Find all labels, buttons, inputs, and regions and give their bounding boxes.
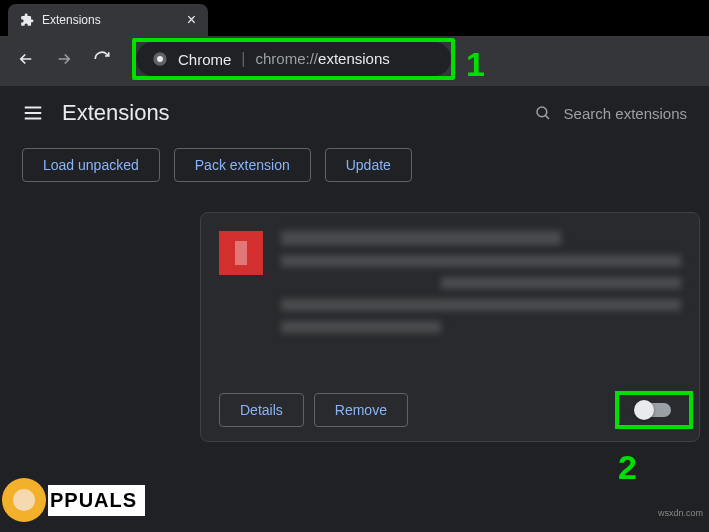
browser-tab[interactable]: Extensions × [8, 4, 208, 36]
search-placeholder: Search extensions [564, 105, 687, 122]
puzzle-icon [20, 13, 34, 27]
reload-icon[interactable] [90, 47, 114, 71]
extension-icon [219, 231, 263, 275]
omnibox-separator: | [241, 50, 245, 68]
tab-strip: Extensions × [0, 0, 709, 36]
close-icon[interactable]: × [187, 12, 196, 28]
tab-title: Extensions [42, 13, 101, 27]
enable-toggle[interactable] [637, 403, 671, 417]
search-box[interactable]: Search extensions [514, 104, 687, 122]
svg-point-1 [157, 56, 163, 62]
pack-extension-button[interactable]: Pack extension [174, 148, 311, 182]
address-bar[interactable]: Chrome | chrome://extensions [136, 42, 451, 76]
extension-info-obscured [281, 231, 681, 333]
navigation-bar: Chrome | chrome://extensions [0, 36, 709, 86]
details-button[interactable]: Details [219, 393, 304, 427]
update-button[interactable]: Update [325, 148, 412, 182]
toggle-knob [634, 400, 654, 420]
svg-point-2 [537, 107, 547, 117]
back-icon[interactable] [14, 47, 38, 71]
menu-icon[interactable] [22, 102, 44, 124]
omnibox-prefix: Chrome [178, 51, 231, 68]
extensions-page: Extensions Search extensions Load unpack… [0, 86, 709, 532]
watermark: wsxdn.com [658, 508, 703, 518]
load-unpacked-button[interactable]: Load unpacked [22, 148, 160, 182]
logo-text: PPUALS [48, 485, 145, 516]
omnibox-url: chrome://extensions [256, 50, 390, 68]
chrome-icon [152, 51, 168, 67]
action-button-row: Load unpacked Pack extension Update [0, 140, 709, 202]
extension-card: Details Remove [200, 212, 700, 442]
search-icon [534, 104, 552, 122]
page-header: Extensions Search extensions [0, 86, 709, 140]
page-title: Extensions [62, 100, 496, 126]
remove-button[interactable]: Remove [314, 393, 408, 427]
appuals-logo: PPUALS [2, 478, 145, 522]
forward-icon[interactable] [52, 47, 76, 71]
